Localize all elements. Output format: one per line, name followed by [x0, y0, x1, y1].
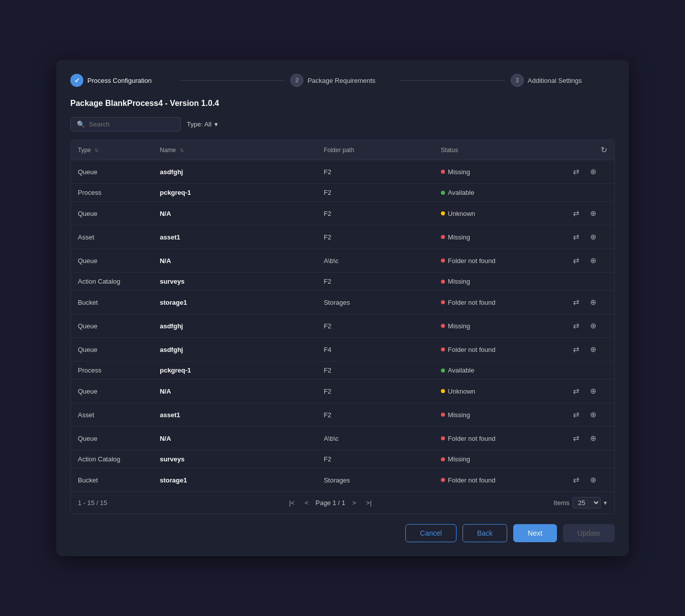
cell-status: Folder not found	[434, 338, 563, 361]
cell-type: Bucket	[71, 468, 153, 492]
col-header-refresh[interactable]: ↻	[562, 140, 614, 160]
status-dot	[441, 324, 445, 328]
table-row: Action Catalog surveys F2 Missing	[71, 450, 614, 468]
prev-page-button[interactable]: <	[302, 498, 312, 508]
add-icon[interactable]: ⊕	[587, 230, 600, 243]
cell-name: pckgreq-1	[153, 184, 316, 202]
status-label: Folder not found	[448, 476, 496, 484]
last-page-button[interactable]: >|	[363, 498, 375, 508]
pagination-bar: 1 - 15 / 15 |< < Page 1 / 1 > >| Items 2…	[71, 491, 614, 514]
cell-name: surveys	[153, 450, 316, 468]
add-icon[interactable]: ⊕	[587, 254, 600, 267]
cell-type: Queue	[71, 380, 153, 403]
link-icon[interactable]: ⇄	[569, 385, 583, 398]
modal-container: ✓ Process Configuration 2 Package Requir…	[56, 60, 629, 556]
status-dot	[441, 211, 445, 215]
link-icon[interactable]: ⇄	[569, 254, 583, 267]
cell-folder: F4	[317, 338, 434, 361]
table-row: Queue N/A A\b\c Folder not found ⇄⊕	[71, 427, 614, 450]
status-label: Missing	[448, 168, 470, 176]
status-label: Missing	[448, 411, 470, 419]
cell-status: Missing	[434, 403, 563, 427]
step-connector-2	[401, 80, 505, 81]
cell-type: Queue	[71, 314, 153, 338]
footer-buttons: Cancel Back Next Update	[70, 524, 615, 542]
table-row: Action Catalog surveys F2 Missing	[71, 273, 614, 291]
search-icon: 🔍	[77, 120, 85, 128]
cell-type: Asset	[71, 225, 153, 249]
cell-name: storage1	[153, 468, 316, 492]
link-icon[interactable]: ⇄	[569, 473, 583, 486]
status-label: Missing	[448, 233, 470, 241]
cell-actions: ⇄⊕	[562, 202, 614, 225]
next-button[interactable]: Next	[513, 524, 557, 542]
back-button[interactable]: Back	[463, 524, 507, 542]
sort-icon-type: ⇅	[94, 148, 98, 153]
status-dot	[441, 389, 445, 393]
add-icon[interactable]: ⊕	[587, 432, 600, 445]
cell-name: N/A	[153, 427, 316, 450]
status-label: Unknown	[448, 388, 475, 395]
link-icon[interactable]: ⇄	[569, 207, 583, 220]
page-info: Page 1 / 1	[315, 499, 345, 507]
items-per-page: Items 25 50 100 ▾	[553, 497, 607, 509]
table-row: Queue N/A A\b\c Folder not found ⇄⊕	[71, 249, 614, 273]
status-label: Folder not found	[448, 257, 496, 265]
add-icon[interactable]: ⊕	[587, 319, 600, 332]
items-count-select[interactable]: 25 50 100	[573, 497, 601, 509]
cell-actions: ⇄⊕	[562, 427, 614, 450]
sort-icon-name: ⇅	[180, 148, 184, 153]
refresh-icon[interactable]: ↻	[601, 146, 607, 154]
status-dot	[441, 368, 445, 373]
link-icon[interactable]: ⇄	[569, 296, 583, 309]
cancel-button[interactable]: Cancel	[405, 524, 456, 542]
link-icon[interactable]: ⇄	[569, 230, 583, 243]
link-icon[interactable]: ⇄	[569, 432, 583, 445]
table-row: Queue asdfghj F4 Folder not found ⇄⊕	[71, 338, 614, 361]
link-icon[interactable]: ⇄	[569, 408, 583, 421]
table-header-row: Type ⇅ Name ⇅ Folder path Status ↻	[71, 140, 614, 160]
link-icon[interactable]: ⇄	[569, 165, 583, 178]
cell-type: Queue	[71, 202, 153, 225]
table-row: Queue N/A F2 Unknown ⇄⊕	[71, 380, 614, 403]
cell-name: asdfghj	[153, 338, 316, 361]
link-icon[interactable]: ⇄	[569, 319, 583, 332]
status-label: Folder not found	[448, 299, 496, 306]
search-input[interactable]	[89, 120, 174, 128]
status-label: Folder not found	[448, 346, 496, 353]
pagination-range: 1 - 15 / 15	[78, 499, 107, 507]
col-header-type[interactable]: Type ⇅	[71, 140, 153, 160]
next-page-button[interactable]: >	[350, 498, 360, 508]
cell-actions	[562, 184, 614, 202]
cell-type: Action Catalog	[71, 450, 153, 468]
items-label: Items	[553, 499, 569, 507]
col-header-status: Status	[434, 140, 563, 160]
col-header-name[interactable]: Name ⇅	[153, 140, 316, 160]
add-icon[interactable]: ⊕	[587, 408, 600, 421]
status-dot	[441, 235, 445, 239]
add-icon[interactable]: ⊕	[587, 296, 600, 309]
status-dot	[441, 478, 445, 482]
step-3-circle: 3	[511, 74, 524, 87]
status-dot	[441, 300, 445, 304]
chevron-items-icon: ▾	[604, 499, 607, 507]
cell-type: Queue	[71, 160, 153, 184]
add-icon[interactable]: ⊕	[587, 473, 600, 486]
add-icon[interactable]: ⊕	[587, 343, 600, 356]
link-icon[interactable]: ⇄	[569, 343, 583, 356]
cell-status: Folder not found	[434, 468, 563, 492]
search-box[interactable]: 🔍	[70, 117, 181, 132]
cell-actions: ⇄⊕	[562, 403, 614, 427]
add-icon[interactable]: ⊕	[587, 385, 600, 398]
first-page-button[interactable]: |<	[286, 498, 298, 508]
status-label: Available	[448, 189, 475, 196]
cell-name: pckgreq-1	[153, 361, 316, 380]
cell-status: Available	[434, 184, 563, 202]
toolbar: 🔍 Type: All ▾	[70, 117, 615, 132]
cell-status: Folder not found	[434, 427, 563, 450]
cell-actions: ⇄⊕	[562, 249, 614, 273]
add-icon[interactable]: ⊕	[587, 165, 600, 178]
add-icon[interactable]: ⊕	[587, 207, 600, 220]
update-button[interactable]: Update	[563, 524, 615, 542]
type-filter-button[interactable]: Type: All ▾	[187, 120, 218, 128]
